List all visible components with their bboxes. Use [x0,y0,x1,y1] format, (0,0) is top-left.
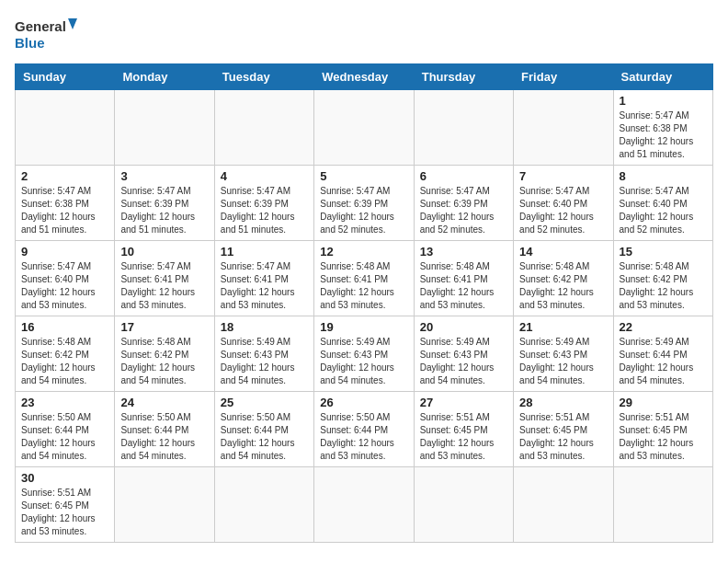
table-row: 15Sunrise: 5:48 AM Sunset: 6:42 PM Dayli… [613,241,712,316]
day-info: Sunrise: 5:49 AM Sunset: 6:43 PM Dayligh… [221,336,308,387]
calendar-row: 9Sunrise: 5:47 AM Sunset: 6:40 PM Daylig… [16,241,713,316]
table-row [115,90,214,166]
day-number: 10 [120,245,208,259]
day-info: Sunrise: 5:49 AM Sunset: 6:43 PM Dayligh… [320,336,407,387]
table-row [214,467,313,543]
table-row: 25Sunrise: 5:50 AM Sunset: 6:44 PM Dayli… [214,392,313,467]
day-info: Sunrise: 5:47 AM Sunset: 6:40 PM Dayligh… [21,260,108,312]
day-info: Sunrise: 5:47 AM Sunset: 6:41 PM Dayligh… [120,260,208,312]
table-row: 20Sunrise: 5:49 AM Sunset: 6:43 PM Dayli… [414,316,513,392]
header-tuesday: Tuesday [214,64,313,90]
table-row: 24Sunrise: 5:50 AM Sunset: 6:44 PM Dayli… [115,392,214,467]
day-info: Sunrise: 5:47 AM Sunset: 6:38 PM Dayligh… [21,185,108,236]
table-row: 14Sunrise: 5:48 AM Sunset: 6:42 PM Dayli… [514,241,613,316]
day-info: Sunrise: 5:47 AM Sunset: 6:39 PM Dayligh… [420,185,507,236]
day-number: 24 [120,396,208,409]
day-info: Sunrise: 5:48 AM Sunset: 6:42 PM Dayligh… [519,260,607,312]
svg-marker-2 [68,18,77,29]
header-monday: Monday [115,64,214,90]
table-row: 28Sunrise: 5:51 AM Sunset: 6:45 PM Dayli… [514,392,613,467]
table-row: 13Sunrise: 5:48 AM Sunset: 6:41 PM Dayli… [414,241,513,316]
day-number: 28 [519,396,607,409]
table-row [613,467,712,543]
day-number: 17 [120,320,208,334]
table-row: 19Sunrise: 5:49 AM Sunset: 6:43 PM Dayli… [314,316,414,392]
day-number: 21 [519,320,607,334]
table-row: 22Sunrise: 5:49 AM Sunset: 6:44 PM Dayli… [613,316,712,392]
table-row: 16Sunrise: 5:48 AM Sunset: 6:42 PM Dayli… [16,316,115,392]
day-number: 4 [221,169,308,183]
day-number: 2 [21,169,108,183]
day-number: 11 [221,245,308,259]
table-row: 3Sunrise: 5:47 AM Sunset: 6:39 PM Daylig… [115,166,214,241]
day-info: Sunrise: 5:48 AM Sunset: 6:42 PM Dayligh… [620,260,707,312]
day-info: Sunrise: 5:47 AM Sunset: 6:41 PM Dayligh… [221,260,308,312]
day-info: Sunrise: 5:49 AM Sunset: 6:43 PM Dayligh… [420,336,507,387]
table-row: 23Sunrise: 5:50 AM Sunset: 6:44 PM Dayli… [16,392,115,467]
table-row: 21Sunrise: 5:49 AM Sunset: 6:43 PM Dayli… [514,316,613,392]
table-row: 8Sunrise: 5:47 AM Sunset: 6:40 PM Daylig… [613,166,712,241]
table-row [414,467,513,543]
page-header: General Blue [15,15,713,56]
calendar-row: 23Sunrise: 5:50 AM Sunset: 6:44 PM Dayli… [16,392,713,467]
table-row [16,90,115,166]
day-number: 27 [420,396,507,409]
table-row: 29Sunrise: 5:51 AM Sunset: 6:45 PM Dayli… [613,392,712,467]
day-info: Sunrise: 5:50 AM Sunset: 6:44 PM Dayligh… [320,411,407,463]
day-number: 25 [221,396,308,409]
svg-text:Blue: Blue [15,35,45,51]
table-row: 7Sunrise: 5:47 AM Sunset: 6:40 PM Daylig… [514,166,613,241]
day-number: 30 [21,471,108,485]
day-number: 13 [420,245,507,259]
table-row: 4Sunrise: 5:47 AM Sunset: 6:39 PM Daylig… [214,166,313,241]
table-row: 18Sunrise: 5:49 AM Sunset: 6:43 PM Dayli… [214,316,313,392]
header-saturday: Saturday [613,64,712,90]
table-row [214,90,313,166]
day-number: 14 [519,245,607,259]
day-info: Sunrise: 5:47 AM Sunset: 6:40 PM Dayligh… [519,185,607,236]
day-number: 7 [519,169,607,183]
table-row [514,467,613,543]
day-info: Sunrise: 5:50 AM Sunset: 6:44 PM Dayligh… [221,411,308,463]
table-row: 6Sunrise: 5:47 AM Sunset: 6:39 PM Daylig… [414,166,513,241]
table-row: 27Sunrise: 5:51 AM Sunset: 6:45 PM Dayli… [414,392,513,467]
day-info: Sunrise: 5:48 AM Sunset: 6:41 PM Dayligh… [420,260,507,312]
table-row [314,90,414,166]
day-info: Sunrise: 5:50 AM Sunset: 6:44 PM Dayligh… [120,411,208,463]
day-number: 19 [320,320,407,334]
day-number: 29 [620,396,707,409]
day-number: 26 [320,396,407,409]
calendar-row: 2Sunrise: 5:47 AM Sunset: 6:38 PM Daylig… [16,166,713,241]
day-number: 12 [320,245,407,259]
table-row: 9Sunrise: 5:47 AM Sunset: 6:40 PM Daylig… [16,241,115,316]
table-row: 17Sunrise: 5:48 AM Sunset: 6:42 PM Dayli… [115,316,214,392]
svg-text:General: General [15,18,66,34]
table-row [115,467,214,543]
table-row: 10Sunrise: 5:47 AM Sunset: 6:41 PM Dayli… [115,241,214,316]
table-row: 26Sunrise: 5:50 AM Sunset: 6:44 PM Dayli… [314,392,414,467]
day-info: Sunrise: 5:47 AM Sunset: 6:40 PM Dayligh… [620,185,707,236]
day-number: 3 [120,169,208,183]
day-number: 9 [21,245,108,259]
day-info: Sunrise: 5:51 AM Sunset: 6:45 PM Dayligh… [420,411,507,463]
day-info: Sunrise: 5:47 AM Sunset: 6:39 PM Dayligh… [320,185,407,236]
table-row: 30Sunrise: 5:51 AM Sunset: 6:45 PM Dayli… [16,467,115,543]
day-info: Sunrise: 5:47 AM Sunset: 6:39 PM Dayligh… [120,185,208,236]
day-info: Sunrise: 5:48 AM Sunset: 6:41 PM Dayligh… [320,260,407,312]
header-sunday: Sunday [16,64,115,90]
day-number: 6 [420,169,507,183]
day-number: 20 [420,320,507,334]
calendar-row: 30Sunrise: 5:51 AM Sunset: 6:45 PM Dayli… [16,467,713,543]
header-thursday: Thursday [414,64,513,90]
day-number: 23 [21,396,108,409]
day-number: 15 [620,245,707,259]
day-info: Sunrise: 5:50 AM Sunset: 6:44 PM Dayligh… [21,411,108,463]
table-row: 5Sunrise: 5:47 AM Sunset: 6:39 PM Daylig… [314,166,414,241]
table-row: 12Sunrise: 5:48 AM Sunset: 6:41 PM Dayli… [314,241,414,316]
table-row: 1Sunrise: 5:47 AM Sunset: 6:38 PM Daylig… [613,90,712,166]
day-number: 18 [221,320,308,334]
day-info: Sunrise: 5:49 AM Sunset: 6:44 PM Dayligh… [620,336,707,387]
day-number: 22 [620,320,707,334]
day-number: 8 [620,169,707,183]
table-row: 2Sunrise: 5:47 AM Sunset: 6:38 PM Daylig… [16,166,115,241]
